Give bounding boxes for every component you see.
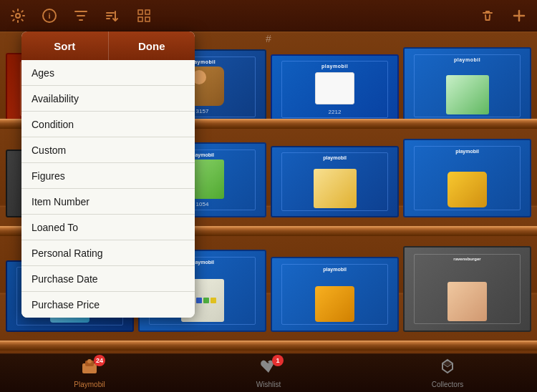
wishlist-tab-icon: 1: [259, 358, 278, 379]
dropdown-overlay: Sort Done Ages Availability Condition Cu…: [0, 31, 537, 361]
dropdown-header: Sort Done: [21, 31, 195, 60]
tab-wishlist[interactable]: 1 Wishlist: [179, 358, 358, 388]
top-toolbar: i: [0, 0, 537, 31]
sort-button[interactable]: Sort: [21, 31, 109, 60]
svg-rect-3: [138, 10, 142, 14]
svg-rect-4: [145, 10, 150, 14]
sort-item-purchase-date[interactable]: Purchase Date: [21, 266, 195, 292]
svg-rect-6: [145, 17, 150, 21]
filter-icon[interactable]: [72, 6, 90, 25]
sort-item-loaned-to[interactable]: Loaned To: [21, 215, 195, 240]
svg-point-0: [16, 14, 20, 18]
toolbar-right-icons: [478, 6, 528, 25]
settings-icon[interactable]: [9, 6, 27, 25]
tab-collectors[interactable]: Collectors: [358, 358, 537, 388]
done-button[interactable]: Done: [109, 31, 195, 60]
sort-item-condition[interactable]: Condition: [21, 112, 195, 137]
collectors-tab-icon: [438, 358, 457, 379]
sort-icon[interactable]: [103, 6, 122, 25]
sort-item-custom[interactable]: Custom: [21, 137, 195, 163]
sort-dropdown: Sort Done Ages Availability Condition Cu…: [21, 31, 195, 318]
svg-text:i: i: [48, 11, 50, 20]
sort-item-purchase-price[interactable]: Purchase Price: [21, 292, 195, 318]
sort-item-figures[interactable]: Figures: [21, 163, 195, 189]
sort-item-ages[interactable]: Ages: [21, 60, 195, 86]
sort-item-item-number[interactable]: Item Number: [21, 189, 195, 215]
trash-icon[interactable]: [478, 6, 497, 25]
sort-item-personal-rating[interactable]: Personal Rating: [21, 240, 195, 266]
playmobil-tab-label: Playmobil: [74, 381, 105, 388]
toolbar-left-icons: i: [9, 6, 153, 25]
add-icon[interactable]: [510, 6, 528, 25]
sort-item-availability[interactable]: Availability: [21, 86, 195, 112]
tab-playmobil[interactable]: 24 Playmobil: [0, 358, 179, 388]
svg-rect-5: [138, 17, 142, 21]
playmobil-tab-icon: 24: [79, 358, 100, 379]
wishlist-tab-label: Wishlist: [256, 381, 281, 388]
collectors-tab-label: Collectors: [432, 381, 463, 388]
info-icon[interactable]: i: [40, 6, 59, 25]
grid-icon[interactable]: [135, 6, 153, 25]
